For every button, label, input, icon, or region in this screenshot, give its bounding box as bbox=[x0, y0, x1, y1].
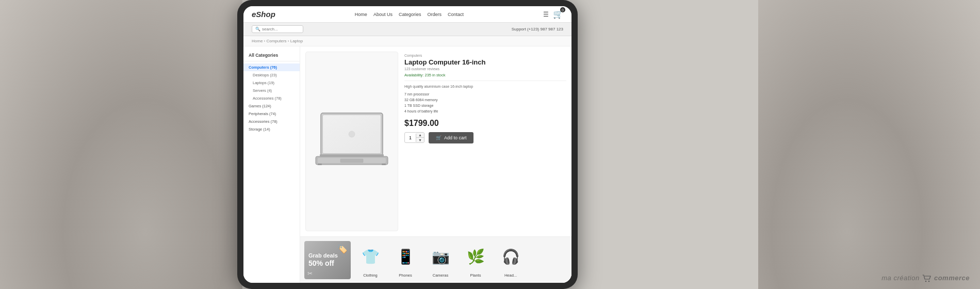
product-area: Computers Laptop Computer 16-inch 123 cu… bbox=[300, 46, 571, 283]
spec-2: 32 GB 6064 memory bbox=[404, 97, 566, 103]
search-input[interactable] bbox=[262, 27, 303, 31]
product-image-area bbox=[305, 52, 398, 231]
cameras-label: Cameras bbox=[433, 273, 448, 278]
sidebar-item-storage[interactable]: Storage (14) bbox=[243, 125, 300, 133]
category-cameras[interactable]: 📷 Cameras bbox=[425, 243, 456, 278]
headphones-label: Head... bbox=[504, 273, 517, 278]
add-to-cart-label: Add to cart bbox=[444, 135, 467, 140]
breadcrumb-laptop[interactable]: Laptop bbox=[290, 39, 303, 43]
category-plants[interactable]: 🌿 Plants bbox=[460, 243, 491, 278]
sidebar-item-computers[interactable]: Computers (76) bbox=[243, 63, 300, 71]
spec-1: 7 nm processor bbox=[404, 91, 566, 97]
phones-icon: 📱 bbox=[393, 243, 418, 271]
svg-rect-8 bbox=[382, 164, 386, 165]
nav-icons: ☰ 🛒 0 bbox=[543, 9, 563, 19]
hamburger-icon[interactable]: ☰ bbox=[543, 11, 549, 18]
product-main: Computers Laptop Computer 16-inch 123 cu… bbox=[300, 46, 571, 236]
search-bar: 🔍 Support (+123) 987 987 123 bbox=[243, 23, 571, 36]
plants-icon: 🌿 bbox=[463, 243, 488, 271]
product-category: Computers bbox=[404, 54, 566, 57]
quantity-input[interactable]: 1 ▲ ▼ bbox=[404, 132, 424, 143]
svg-point-10 bbox=[925, 281, 926, 282]
category-phones[interactable]: 📱 Phones bbox=[390, 243, 421, 278]
nav-contact[interactable]: Contact bbox=[448, 12, 464, 17]
svg-point-11 bbox=[928, 281, 929, 282]
sidebar-item-laptops[interactable]: Laptops (19) bbox=[243, 79, 300, 87]
tablet-frame: eShop Home About Us Categories Orders Co… bbox=[237, 0, 578, 289]
watermark-suffix: commerce bbox=[934, 274, 970, 282]
availability-value: 235 in stock bbox=[424, 73, 445, 77]
top-navigation: eShop Home About Us Categories Orders Co… bbox=[243, 6, 571, 23]
svg-rect-7 bbox=[318, 164, 322, 165]
cart-icon-wrap[interactable]: 🛒 0 bbox=[553, 9, 563, 19]
sidebar: All Categories Computers (76) Desktops (… bbox=[243, 46, 300, 283]
add-to-cart-row: 1 ▲ ▼ 🛒 Add to cart bbox=[404, 132, 566, 143]
deals-banner[interactable]: 🏷️ Grab deals 50% off ✂ bbox=[304, 241, 351, 279]
deals-image-icon: 🏷️ bbox=[337, 244, 348, 254]
tablet-screen: eShop Home About Us Categories Orders Co… bbox=[243, 6, 571, 283]
search-input-wrap[interactable]: 🔍 bbox=[252, 25, 303, 33]
quantity-down-arrow[interactable]: ▼ bbox=[416, 138, 424, 142]
phones-label: Phones bbox=[399, 273, 412, 278]
availability-label: Availability: bbox=[404, 73, 423, 77]
quantity-up-arrow[interactable]: ▲ bbox=[416, 133, 424, 138]
spec-4: 4 hours of battery life bbox=[404, 108, 566, 114]
nav-home[interactable]: Home bbox=[355, 12, 367, 17]
spec-3: 1 TB SSD storage bbox=[404, 103, 566, 108]
clothing-label: Clothing bbox=[363, 273, 378, 278]
watermark: ma création commerce bbox=[881, 274, 970, 283]
nav-categories[interactable]: Categories bbox=[399, 12, 421, 17]
sidebar-item-accessories[interactable]: Accessories (78) bbox=[243, 118, 300, 125]
right-hand-decoration bbox=[758, 0, 980, 289]
quantity-arrows: ▲ ▼ bbox=[416, 133, 424, 142]
deals-text-line2: 50% off bbox=[308, 259, 334, 267]
watermark-cart-icon bbox=[922, 275, 932, 283]
category-headphones[interactable]: 🎧 Head... bbox=[495, 243, 526, 278]
breadcrumb-computers[interactable]: Computers bbox=[266, 39, 286, 43]
sidebar-item-servers[interactable]: Servers (4) bbox=[243, 87, 300, 94]
product-price: $1799.00 bbox=[404, 119, 566, 128]
svg-rect-3 bbox=[320, 154, 384, 156]
headphones-icon: 🎧 bbox=[498, 243, 524, 271]
svg-rect-6 bbox=[340, 159, 363, 163]
product-description: High quality aluminium case 16-inch lapt… bbox=[404, 84, 566, 89]
breadcrumb-home[interactable]: Home bbox=[252, 39, 263, 43]
sidebar-item-accessories-sub[interactable]: Accessories (78) bbox=[243, 94, 300, 102]
product-title: Laptop Computer 16-inch bbox=[404, 58, 566, 66]
nav-links: Home About Us Categories Orders Contact bbox=[355, 12, 464, 17]
deals-text-line1: Grab deals bbox=[308, 252, 338, 259]
sidebar-title: All Categories bbox=[243, 51, 300, 61]
cart-icon-btn: 🛒 bbox=[436, 135, 442, 140]
nav-about[interactable]: About Us bbox=[373, 12, 393, 17]
watermark-prefix: ma création bbox=[881, 274, 919, 282]
support-text: Support (+123) 987 987 123 bbox=[512, 27, 563, 31]
add-to-cart-button[interactable]: 🛒 Add to cart bbox=[429, 132, 474, 143]
sidebar-item-peripherals[interactable]: Peripherals (74) bbox=[243, 110, 300, 118]
clothing-icon: 👕 bbox=[357, 243, 383, 271]
nav-orders[interactable]: Orders bbox=[427, 12, 442, 17]
product-details: Computers Laptop Computer 16-inch 123 cu… bbox=[404, 52, 566, 231]
sidebar-item-desktops[interactable]: Desktops (23) bbox=[243, 71, 300, 79]
product-reviews: 123 customer reviews bbox=[404, 67, 566, 71]
site-logo[interactable]: eShop bbox=[252, 10, 275, 19]
breadcrumb: Home › Computers › Laptop bbox=[243, 36, 571, 46]
cart-badge: 0 bbox=[560, 7, 565, 12]
svg-point-9 bbox=[349, 131, 355, 137]
plants-label: Plants bbox=[470, 273, 481, 278]
cameras-icon: 📷 bbox=[428, 243, 453, 271]
main-content: All Categories Computers (76) Desktops (… bbox=[243, 46, 571, 283]
product-availability: Availability: 235 in stock bbox=[404, 73, 566, 81]
search-icon: 🔍 bbox=[255, 27, 260, 31]
category-clothing[interactable]: 👕 Clothing bbox=[355, 243, 386, 278]
sidebar-item-games[interactable]: Games (124) bbox=[243, 102, 300, 110]
bottom-section: 🏷️ Grab deals 50% off ✂ 👕 Clothing 📱 Pho… bbox=[300, 236, 571, 283]
product-specs: 7 nm processor 32 GB 6064 memory 1 TB SS… bbox=[404, 91, 566, 115]
laptop-image bbox=[311, 108, 393, 175]
deals-scissors-icon: ✂ bbox=[307, 270, 313, 277]
quantity-value: 1 bbox=[405, 134, 416, 142]
left-hand-decoration bbox=[0, 0, 242, 289]
